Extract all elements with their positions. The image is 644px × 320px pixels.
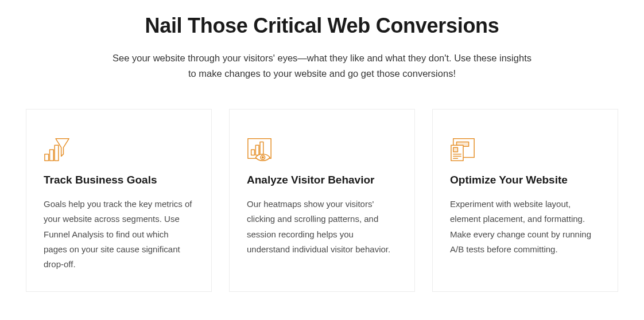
feature-card-analyze-behavior: Analyze Visitor Behavior Our heatmaps sh… [229, 109, 415, 292]
chart-eye-icon [247, 137, 273, 162]
layout-optimize-icon [450, 137, 476, 162]
feature-card-optimize-website: Optimize Your Website Experiment with we… [432, 109, 618, 292]
funnel-chart-icon [44, 137, 70, 162]
feature-card-text: Goals help you track the key metrics of … [44, 197, 194, 272]
feature-card-text: Our heatmaps show your visitors' clickin… [247, 197, 397, 257]
svg-rect-2 [55, 146, 59, 161]
page-title: Nail Those Critical Web Conversions [26, 14, 618, 38]
svg-rect-1 [50, 150, 54, 161]
svg-rect-12 [453, 148, 458, 153]
svg-rect-4 [251, 150, 255, 155]
feature-card-text: Experiment with website layout, element … [450, 197, 600, 257]
feature-card-title: Track Business Goals [44, 173, 194, 188]
feature-cards-row: Track Business Goals Goals help you trac… [26, 109, 618, 292]
svg-point-8 [262, 157, 263, 159]
page-subtitle: See your website through your visitors' … [110, 50, 534, 81]
svg-rect-6 [260, 142, 263, 155]
feature-card-title: Analyze Visitor Behavior [247, 173, 397, 188]
feature-card-title: Optimize Your Website [450, 173, 600, 188]
svg-rect-0 [45, 154, 49, 161]
feature-card-track-goals: Track Business Goals Goals help you trac… [26, 109, 212, 292]
svg-rect-5 [255, 146, 259, 155]
